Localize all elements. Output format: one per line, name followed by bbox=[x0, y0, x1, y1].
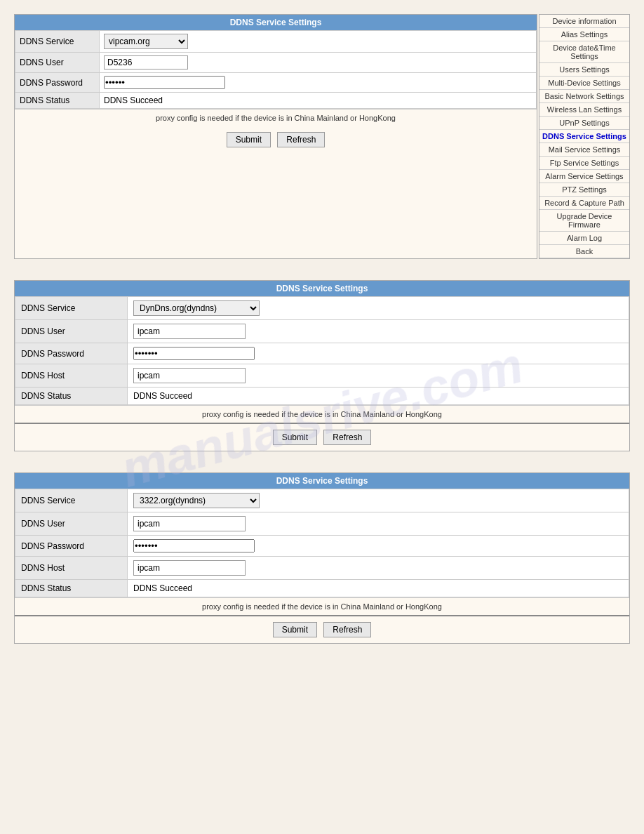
table-row: DDNS Service DynDns.org(dyndns) bbox=[15, 297, 629, 320]
sidebar-item-alarm-log[interactable]: Alarm Log bbox=[539, 232, 629, 245]
sidebar-item-upgrade-firmware[interactable]: Upgrade Device Firmware bbox=[539, 210, 629, 232]
sidebar-item-back[interactable]: Back bbox=[539, 245, 629, 258]
sidebar-item-ftp-service[interactable]: Ftp Service Settings bbox=[539, 157, 629, 170]
section2-submit-button[interactable]: Submit bbox=[273, 430, 317, 445]
table-row: DDNS Status DDNS Succeed bbox=[15, 580, 629, 597]
sidebar-item-alarm-service[interactable]: Alarm Service Settings bbox=[539, 170, 629, 183]
sidebar-item-ptz[interactable]: PTZ Settings bbox=[539, 183, 629, 197]
sidebar-item-users-settings[interactable]: Users Settings bbox=[539, 63, 629, 77]
section2-container: DDNS Service Settings DDNS Service DynDn… bbox=[14, 280, 630, 451]
sidebar-item-basic-network[interactable]: Basic Network Settings bbox=[539, 90, 629, 103]
table-row: DDNS Password bbox=[15, 536, 629, 557]
section3-refresh-button[interactable]: Refresh bbox=[323, 622, 371, 637]
sidebar-item-record-capture[interactable]: Record & Capture Path bbox=[539, 197, 629, 210]
section2-title: DDNS Service Settings bbox=[15, 281, 629, 296]
ddns-user-input[interactable] bbox=[104, 55, 188, 70]
ddns-service-select[interactable]: vipcam.org bbox=[104, 34, 188, 49]
value3-ddns-password bbox=[128, 536, 629, 557]
sidebar-item-mail-service[interactable]: Mail Service Settings bbox=[539, 143, 629, 157]
ddns-password-input2[interactable] bbox=[133, 347, 255, 360]
table-row: DDNS Service 3322.org(dyndns) bbox=[15, 489, 629, 512]
ddns-password-input[interactable] bbox=[104, 76, 225, 89]
ddns-user-input2[interactable] bbox=[133, 324, 246, 339]
label2-ddns-password: DDNS Password bbox=[15, 343, 128, 364]
label-ddns-status: DDNS Status bbox=[15, 93, 100, 109]
table-row: DDNS Status DDNS Succeed bbox=[15, 93, 537, 109]
section3-container: DDNS Service Settings DDNS Service 3322.… bbox=[14, 472, 630, 644]
label3-ddns-password: DDNS Password bbox=[15, 536, 128, 557]
value-ddns-service: vipcam.org bbox=[100, 31, 537, 53]
label3-ddns-host: DDNS Host bbox=[15, 557, 128, 580]
table-row: DDNS User bbox=[15, 320, 629, 343]
label3-ddns-status: DDNS Status bbox=[15, 580, 128, 597]
ddns-service-select3[interactable]: 3322.org(dyndns) bbox=[133, 493, 260, 508]
value2-ddns-host bbox=[128, 364, 629, 388]
label-ddns-user: DDNS User bbox=[15, 53, 100, 73]
label-ddns-password: DDNS Password bbox=[15, 73, 100, 93]
value2-ddns-password bbox=[128, 343, 629, 364]
label2-ddns-host: DDNS Host bbox=[15, 364, 128, 388]
section1-button-row: Submit Refresh bbox=[15, 126, 537, 153]
value2-ddns-user bbox=[128, 320, 629, 343]
ddns-host-input2[interactable] bbox=[133, 368, 246, 383]
sidebar-item-device-information[interactable]: Device information bbox=[539, 15, 629, 28]
value-ddns-status: DDNS Succeed bbox=[100, 93, 537, 109]
section3-proxy-note: proxy config is needed if the device is … bbox=[15, 597, 629, 615]
table-row: DDNS Host bbox=[15, 557, 629, 580]
value3-ddns-user bbox=[128, 512, 629, 536]
value2-ddns-service: DynDns.org(dyndns) bbox=[128, 297, 629, 320]
section1-form: DDNS Service vipcam.org DDNS User DDNS P… bbox=[15, 30, 537, 109]
ddns-user-input3[interactable] bbox=[133, 516, 246, 531]
section2-form: DDNS Service DynDns.org(dyndns) DDNS Use… bbox=[15, 296, 629, 405]
section1-title: DDNS Service Settings bbox=[15, 15, 537, 30]
section1-proxy-note: proxy config is needed if the device is … bbox=[15, 109, 537, 126]
section3-title: DDNS Service Settings bbox=[15, 473, 629, 489]
value-ddns-user bbox=[100, 53, 537, 73]
table-row: DDNS User bbox=[15, 53, 537, 73]
table-row: DDNS Password bbox=[15, 73, 537, 93]
section3-button-row: Submit Refresh bbox=[15, 616, 629, 643]
section1-refresh-button[interactable]: Refresh bbox=[277, 132, 325, 147]
section1-submit-button[interactable]: Submit bbox=[227, 132, 271, 147]
value-ddns-password bbox=[100, 73, 537, 93]
sidebar-item-datetime-settings[interactable]: Device date&Time Settings bbox=[539, 41, 629, 63]
table-row: DDNS Status DDNS Succeed bbox=[15, 388, 629, 405]
section2-button-row: Submit Refresh bbox=[15, 424, 629, 451]
table-row: DDNS Service vipcam.org bbox=[15, 31, 537, 53]
ddns-host-input3[interactable] bbox=[133, 560, 246, 576]
label3-ddns-user: DDNS User bbox=[15, 512, 128, 536]
value3-ddns-service: 3322.org(dyndns) bbox=[128, 489, 629, 512]
section3-submit-button[interactable]: Submit bbox=[273, 622, 317, 637]
sidebar-item-alias-settings[interactable]: Alias Settings bbox=[539, 28, 629, 41]
label2-ddns-service: DDNS Service bbox=[15, 297, 128, 320]
sidebar: Device information Alias Settings Device… bbox=[539, 14, 630, 259]
table-row: DDNS Password bbox=[15, 343, 629, 364]
sidebar-item-multi-device[interactable]: Multi-Device Settings bbox=[539, 77, 629, 90]
value3-ddns-status: DDNS Succeed bbox=[128, 580, 629, 597]
ddns-password-input3[interactable] bbox=[133, 539, 255, 552]
section3-form: DDNS Service 3322.org(dyndns) DDNS User … bbox=[15, 489, 629, 597]
ddns-service-select2[interactable]: DynDns.org(dyndns) bbox=[133, 300, 260, 316]
sidebar-item-ddns[interactable]: DDNS Service Settings bbox=[539, 130, 629, 143]
section2-proxy-note: proxy config is needed if the device is … bbox=[15, 405, 629, 423]
table-row: DDNS Host bbox=[15, 364, 629, 388]
table-row: DDNS User bbox=[15, 512, 629, 536]
label-ddns-service: DDNS Service bbox=[15, 31, 100, 53]
label2-ddns-user: DDNS User bbox=[15, 320, 128, 343]
label2-ddns-status: DDNS Status bbox=[15, 388, 128, 405]
section1-panel: DDNS Service Settings DDNS Service vipca… bbox=[14, 14, 537, 259]
section1-container: DDNS Service Settings DDNS Service vipca… bbox=[14, 14, 630, 259]
sidebar-item-wireless-lan[interactable]: Wireless Lan Settings bbox=[539, 103, 629, 117]
label3-ddns-service: DDNS Service bbox=[15, 489, 128, 512]
value2-ddns-status: DDNS Succeed bbox=[128, 388, 629, 405]
value3-ddns-host bbox=[128, 557, 629, 580]
section2-refresh-button[interactable]: Refresh bbox=[323, 430, 371, 445]
sidebar-item-upnp[interactable]: UPnP Settings bbox=[539, 117, 629, 130]
